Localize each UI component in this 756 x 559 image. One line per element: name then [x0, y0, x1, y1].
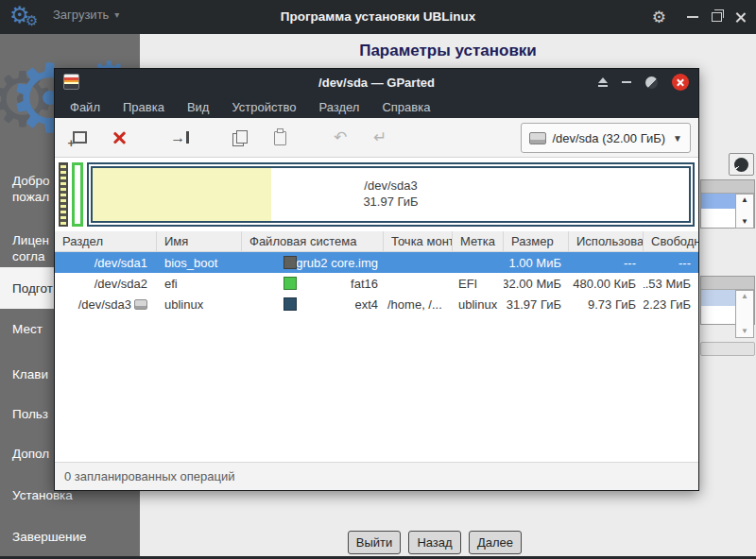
- minimize-button[interactable]: [622, 81, 631, 83]
- chevron-down-icon: ▼: [673, 133, 682, 144]
- sidebar-item-location[interactable]: Мест: [12, 321, 43, 337]
- table-row-sda1[interactable]: /dev/sda1 bios_boot grub2 core.img 1.00 …: [55, 252, 698, 273]
- disk-drive-icon: [529, 132, 546, 144]
- col-label: Метка: [453, 231, 504, 251]
- disk-visual-area: /dev/sda3 31.97 ГиБ: [55, 158, 698, 231]
- gparted-titlebar[interactable]: /dev/sda — GParted: [55, 69, 698, 95]
- menu-file[interactable]: Файл: [60, 98, 110, 116]
- sidebar-item-license[interactable]: Лицен согла: [12, 232, 49, 264]
- scroll-down-icon[interactable]: ▼: [741, 328, 748, 335]
- close-button[interactable]: [735, 11, 747, 23]
- table-empty-area: [55, 314, 698, 462]
- scroll-up-icon[interactable]: ▲: [741, 293, 748, 300]
- partition-visual-sda1[interactable]: [59, 162, 68, 227]
- menu-device[interactable]: Устройство: [222, 98, 305, 116]
- device-selector-value: /dev/sda (32.00 ГиБ): [552, 131, 665, 145]
- minimize-button[interactable]: [687, 16, 698, 18]
- new-partition-button[interactable]: [64, 124, 94, 152]
- partition-visual-label: /dev/sda3 31.97 ГиБ: [93, 178, 689, 211]
- device-selector[interactable]: /dev/sda (32.00 ГиБ) ▼: [521, 123, 691, 153]
- scroll-down-icon[interactable]: ▼: [741, 218, 748, 226]
- list-header-fragment: [701, 277, 754, 290]
- gparted-window: /dev/sda — GParted Файл Правка Вид Устро…: [54, 68, 699, 491]
- pending-operations-text: 0 запланированных операций: [64, 469, 235, 483]
- delete-icon: [112, 130, 127, 145]
- scroll-up-icon[interactable]: ▲: [741, 196, 748, 204]
- sidebar-item-additional[interactable]: Допол: [12, 446, 49, 462]
- fs-color-swatch: [284, 277, 297, 290]
- menu-view[interactable]: Вид: [178, 98, 219, 116]
- pie-chart-icon: [734, 158, 748, 172]
- delete-partition-button[interactable]: [104, 124, 134, 152]
- copy-icon: [232, 130, 248, 145]
- widget-fragment: [700, 342, 755, 356]
- scrollbar[interactable]: ▲ ▼: [735, 194, 754, 229]
- table-row-sda2[interactable]: /dev/sda2 efi fat16 EFI 32.00 МиБ 480.00…: [55, 273, 698, 294]
- undo-icon: ↶: [334, 130, 347, 145]
- fs-color-swatch: [284, 256, 297, 269]
- apply-button[interactable]: ↵: [365, 124, 395, 152]
- menu-partition[interactable]: Раздел: [309, 98, 369, 116]
- next-button[interactable]: Далее: [469, 531, 522, 554]
- sidebar-item-welcome[interactable]: Добро пожал: [12, 173, 50, 205]
- gparted-statusbar: 0 запланированных операций: [55, 462, 698, 490]
- eject-icon[interactable]: [598, 77, 608, 87]
- resize-move-button[interactable]: →: [164, 124, 195, 152]
- screen: ⚙⚙ Загрузить ▾ Программа установки UBLin…: [0, 0, 756, 559]
- partition-visual-sda2[interactable]: [72, 162, 83, 227]
- gparted-app-icon: [63, 74, 79, 90]
- gparted-menubar: Файл Правка Вид Устройство Раздел Справк…: [55, 95, 698, 118]
- col-partition: Раздел: [55, 231, 157, 251]
- quit-button[interactable]: Выйти: [348, 531, 401, 554]
- installer-titlebar: ⚙⚙ Загрузить ▾ Программа установки UBLin…: [0, 0, 756, 34]
- apply-icon: ↵: [373, 130, 387, 145]
- back-button[interactable]: Назад: [408, 531, 461, 554]
- col-name: Имя: [157, 231, 242, 251]
- partition-visual-sda3-selected[interactable]: /dev/sda3 31.97 ГиБ: [87, 162, 695, 227]
- paste-icon: [274, 131, 286, 145]
- fs-color-swatch: [284, 297, 297, 311]
- undo-button[interactable]: ↶: [325, 124, 355, 152]
- table-row-sda3[interactable]: /dev/sda3 ublinux ext4 /home, /... ublin…: [55, 294, 698, 314]
- list-header-fragment: [701, 180, 754, 194]
- page-title: Параметры установки: [140, 42, 756, 60]
- gparted-toolbar: → ↶ ↵ /dev/sda (32.00 ГиБ) ▼: [55, 118, 698, 158]
- restore-button[interactable]: [645, 76, 658, 89]
- wizard-nav-buttons: Выйти Назад Далее: [348, 531, 522, 554]
- menu-help[interactable]: Справка: [372, 98, 439, 116]
- close-button[interactable]: [672, 74, 689, 91]
- table-header: Раздел Имя Файловая система Точка монт М…: [55, 231, 698, 252]
- menu-edit[interactable]: Правка: [113, 98, 174, 116]
- sidebar-item-user[interactable]: Польз: [12, 406, 48, 422]
- sidebar-item-keyboard[interactable]: Клави: [12, 366, 48, 382]
- col-used: Использовано: [569, 231, 644, 251]
- paste-button[interactable]: [265, 124, 295, 152]
- col-free: Свободно: [644, 231, 698, 251]
- col-filesystem: Файловая система: [242, 231, 384, 251]
- resize-move-icon: →: [170, 131, 189, 144]
- maximize-button[interactable]: [712, 12, 722, 22]
- copy-button[interactable]: [225, 124, 255, 152]
- settings-gear-icon[interactable]: ⚙: [652, 8, 666, 27]
- installer-window-title: Программа установки UBLinux: [0, 9, 756, 24]
- mounted-partition-icon: [134, 299, 147, 310]
- col-mountpoint: Точка монт: [384, 231, 453, 251]
- sidebar-item-finish[interactable]: Завершение: [12, 529, 87, 545]
- new-partition-icon: [73, 131, 87, 144]
- pie-chart-button[interactable]: [729, 153, 754, 176]
- scrollbar[interactable]: ▲ ▼: [735, 290, 754, 338]
- col-size: Размер: [504, 231, 569, 251]
